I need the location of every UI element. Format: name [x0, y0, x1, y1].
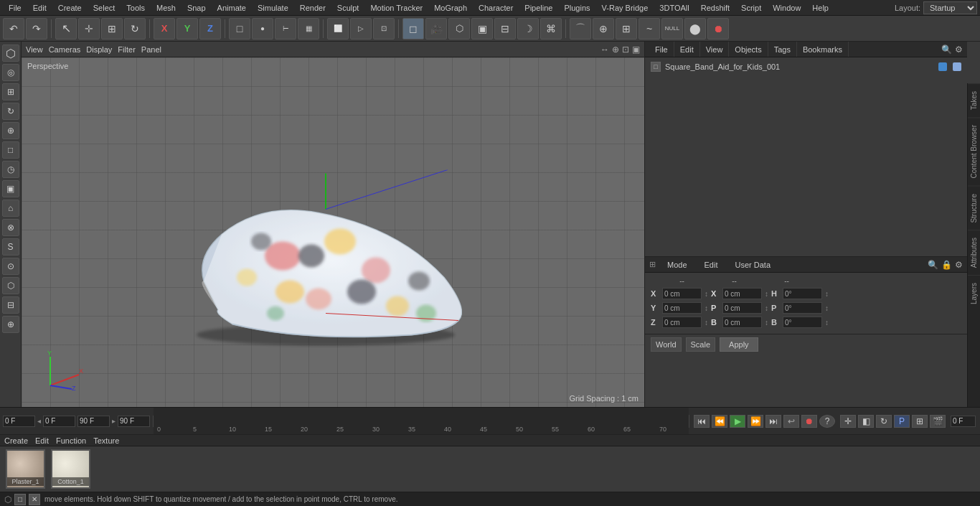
undo-button[interactable]: ↶	[3, 18, 24, 39]
attr-tab-userdata[interactable]: User Data	[730, 261, 777, 269]
redo-button[interactable]: ↷	[26, 18, 47, 39]
p-input[interactable]	[783, 302, 822, 314]
menu-render[interactable]: Render	[294, 0, 331, 15]
lights-button[interactable]: ⬡	[448, 18, 470, 39]
menu-pipeline[interactable]: Pipeline	[519, 0, 558, 15]
object-row-1[interactable]: □ Square_Band_Aid_for_Kids_001	[648, 60, 964, 73]
tl-arrow-left[interactable]: ◂	[37, 417, 41, 425]
scale-tool-button[interactable]: ⊞	[101, 18, 123, 39]
viewport-menu-cameras[interactable]: Cameras	[49, 45, 81, 54]
menu-character[interactable]: Character	[473, 0, 519, 15]
scale-dropdown[interactable]: Scale	[686, 337, 716, 352]
camera-button[interactable]: 🎥	[425, 18, 447, 39]
tl-start-button[interactable]: ⏮	[694, 415, 710, 428]
deform-button[interactable]: ⌘	[540, 18, 562, 39]
tl-help-button[interactable]: ?	[819, 415, 835, 428]
viewport-icon-3[interactable]: ⊡	[622, 44, 629, 55]
z-pos-input[interactable]	[662, 317, 702, 328]
vtab-attributes[interactable]: Attributes	[968, 230, 980, 275]
points-mode-button[interactable]: ●	[252, 18, 273, 39]
tl-record-button[interactable]: ⏺	[801, 415, 817, 428]
null-button[interactable]: NULL	[661, 18, 683, 39]
menu-snap[interactable]: Snap	[182, 0, 212, 15]
vtab-structure[interactable]: Structure	[968, 186, 980, 230]
menu-script[interactable]: Script	[735, 0, 767, 15]
ls-button-11[interactable]: S	[2, 238, 19, 256]
menu-vray[interactable]: V-Ray Bridge	[596, 0, 654, 15]
menu-file[interactable]: File	[3, 0, 27, 15]
status-icon-3[interactable]: ✕	[29, 494, 40, 505]
menu-mograph[interactable]: MoGraph	[428, 0, 473, 15]
objects-tab-bookmarks[interactable]: Bookmarks	[797, 42, 849, 57]
menu-plugins[interactable]: Plugins	[558, 0, 595, 15]
tl-autokey-button[interactable]: ↻	[876, 415, 892, 428]
floor-button[interactable]: ⊟	[494, 18, 516, 39]
objects-tab-objects[interactable]: Objects	[729, 42, 768, 57]
tl-clapper-button[interactable]: 🎬	[930, 415, 946, 428]
status-icon-2[interactable]: □	[14, 494, 26, 505]
menu-sculpt[interactable]: Sculpt	[331, 0, 365, 15]
objects-settings-icon[interactable]: ⚙	[955, 44, 963, 55]
cursor-tool-button[interactable]: ↖	[55, 18, 77, 39]
z-axis-button[interactable]: Z	[199, 18, 221, 39]
b-rot-input[interactable]	[722, 317, 762, 328]
ls-button-8[interactable]: ▣	[2, 180, 19, 197]
mat-tab-create[interactable]: Create	[4, 436, 28, 445]
ls-button-9[interactable]: ⌂	[2, 200, 19, 217]
h-input[interactable]	[783, 288, 822, 299]
model-mode-button[interactable]: □	[229, 18, 250, 39]
viewport-menu-view[interactable]: View	[26, 45, 43, 54]
move-tool-button[interactable]: ✛	[78, 18, 100, 39]
menu-edit[interactable]: Edit	[27, 0, 52, 15]
objects-search-icon[interactable]: 🔍	[941, 44, 952, 55]
apply-button[interactable]: Apply	[720, 337, 758, 352]
tl-next-button[interactable]: ⏩	[748, 415, 763, 428]
render-region-button[interactable]: ⊡	[373, 18, 395, 39]
menu-redshift[interactable]: Redshift	[695, 0, 735, 15]
viewport-menu-panel[interactable]: Panel	[141, 45, 161, 54]
world-dropdown[interactable]: World	[651, 337, 682, 352]
menu-motion-tracker[interactable]: Motion Tracker	[364, 0, 428, 15]
record-button[interactable]: ⏺	[707, 18, 729, 39]
sky-button[interactable]: ☽	[517, 18, 539, 39]
ls-button-13[interactable]: ⬡	[2, 277, 19, 294]
attr-settings-icon[interactable]: ⚙	[955, 260, 963, 270]
mat-tab-function[interactable]: Function	[56, 436, 86, 445]
viewport-icon-1[interactable]: ↔	[600, 44, 609, 55]
tl-current-frame[interactable]	[951, 416, 976, 427]
menu-help[interactable]: Help	[806, 0, 834, 15]
material-swatch-2[interactable]: Cotton_1	[51, 449, 90, 489]
perspective-button[interactable]: ◻	[402, 18, 424, 39]
menu-mesh[interactable]: Mesh	[151, 0, 182, 15]
timeline-ruler[interactable]: 0 5 10 15 20 25 30 35 40 45 50 55 60 65 …	[154, 408, 689, 434]
render-queue-button[interactable]: ⬜	[327, 18, 349, 39]
viewport[interactable]: Perspective	[22, 57, 644, 407]
ls-button-2[interactable]: ◎	[2, 64, 19, 81]
b-input[interactable]	[783, 317, 822, 328]
rotate-tool-button[interactable]: ↻	[124, 18, 146, 39]
x-pos-input[interactable]	[662, 288, 702, 299]
ls-button-6[interactable]: □	[2, 141, 19, 159]
viewport-icon-4[interactable]: ▣	[632, 44, 640, 55]
joint-button[interactable]: ⬤	[684, 18, 706, 39]
y-axis-button[interactable]: Y	[176, 18, 198, 39]
tl-motion-button[interactable]: P	[894, 415, 910, 428]
ls-button-7[interactable]: ◷	[2, 161, 19, 178]
mat-tab-texture[interactable]: Texture	[93, 436, 119, 445]
attr-tab-edit[interactable]: Edit	[699, 261, 724, 269]
spline-button[interactable]: ⌒	[570, 18, 591, 39]
poly-mode-button[interactable]: ▦	[298, 18, 319, 39]
ls-button-12[interactable]: ⊙	[2, 258, 19, 275]
ls-button-3[interactable]: ⊞	[2, 83, 19, 100]
tl-play-button[interactable]: ▶	[730, 415, 745, 428]
x-rot-input[interactable]	[722, 288, 762, 299]
viewport-menu-filter[interactable]: Filter	[118, 45, 135, 54]
material-swatch-1[interactable]: Plaster_1	[6, 449, 45, 489]
vtab-takes[interactable]: Takes	[968, 83, 980, 117]
menu-select[interactable]: Select	[88, 0, 121, 15]
menu-3dtoall[interactable]: 3DTOAll	[654, 0, 694, 15]
ls-button-10[interactable]: ⊗	[2, 219, 19, 236]
y-pos-input[interactable]	[662, 302, 702, 314]
tl-end-button[interactable]: ⏭	[765, 415, 781, 428]
attr-tab-mode[interactable]: Mode	[661, 261, 693, 269]
